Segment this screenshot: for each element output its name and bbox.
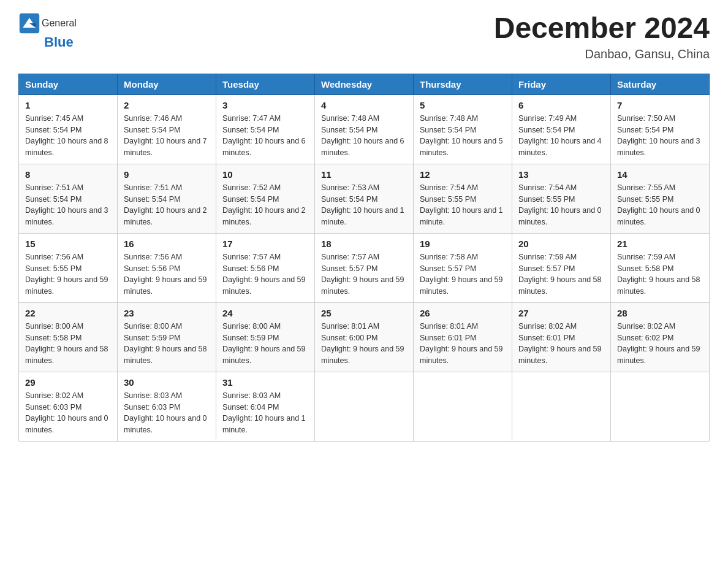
day-info: Sunrise: 7:57 AMSunset: 5:56 PMDaylight:… [222,253,306,296]
day-number: 2 [124,100,210,110]
day-number: 1 [25,100,111,110]
day-number: 10 [222,169,308,180]
calendar-week-row: 1 Sunrise: 7:45 AMSunset: 5:54 PMDayligh… [19,94,710,164]
col-header-thursday: Thursday [414,74,512,94]
col-header-saturday: Saturday [611,74,710,94]
day-number: 26 [420,308,506,318]
calendar-week-row: 15 Sunrise: 7:56 AMSunset: 5:55 PMDaylig… [19,233,710,302]
calendar-week-row: 8 Sunrise: 7:51 AMSunset: 5:54 PMDayligh… [19,164,710,233]
calendar-cell: 18 Sunrise: 7:57 AMSunset: 5:57 PMDaylig… [315,233,414,302]
day-info: Sunrise: 7:49 AMSunset: 5:54 PMDaylight:… [518,114,602,157]
calendar-cell: 28 Sunrise: 8:02 AMSunset: 6:02 PMDaylig… [611,302,710,372]
col-header-monday: Monday [118,74,216,94]
day-info: Sunrise: 8:00 AMSunset: 5:58 PMDaylight:… [25,322,108,365]
title-block: December 2024 Danbao, Gansu, China [494,12,710,61]
day-number: 14 [617,169,703,180]
day-info: Sunrise: 8:03 AMSunset: 6:03 PMDaylight:… [124,391,207,434]
day-number: 6 [518,100,604,110]
day-number: 31 [222,377,308,388]
day-info: Sunrise: 8:00 AMSunset: 5:59 PMDaylight:… [222,322,306,365]
day-number: 9 [124,169,210,180]
day-number: 12 [420,169,506,180]
col-header-friday: Friday [512,74,611,94]
day-number: 11 [321,169,407,180]
calendar-cell: 23 Sunrise: 8:00 AMSunset: 5:59 PMDaylig… [118,302,216,372]
day-info: Sunrise: 7:51 AMSunset: 5:54 PMDaylight:… [124,183,207,226]
calendar-week-row: 29 Sunrise: 8:02 AMSunset: 6:03 PMDaylig… [19,372,710,441]
calendar-cell: 26 Sunrise: 8:01 AMSunset: 6:01 PMDaylig… [414,302,512,372]
day-info: Sunrise: 7:54 AMSunset: 5:55 PMDaylight:… [420,183,503,226]
day-number: 23 [124,308,210,318]
location-subtitle: Danbao, Gansu, China [494,47,710,61]
day-info: Sunrise: 7:56 AMSunset: 5:56 PMDaylight:… [124,253,207,296]
day-info: Sunrise: 7:47 AMSunset: 5:54 PMDaylight:… [222,114,306,157]
calendar-cell: 1 Sunrise: 7:45 AMSunset: 5:54 PMDayligh… [19,94,118,164]
calendar-week-row: 22 Sunrise: 8:00 AMSunset: 5:58 PMDaylig… [19,302,710,372]
calendar-cell: 4 Sunrise: 7:48 AMSunset: 5:54 PMDayligh… [315,94,414,164]
day-number: 28 [617,308,703,318]
logo-icon [18,12,40,34]
logo: General Blue [18,12,77,50]
calendar-cell: 15 Sunrise: 7:56 AMSunset: 5:55 PMDaylig… [19,233,118,302]
day-info: Sunrise: 7:53 AMSunset: 5:54 PMDaylight:… [321,183,404,226]
day-number: 13 [518,169,604,180]
day-info: Sunrise: 8:02 AMSunset: 6:03 PMDaylight:… [25,391,108,434]
day-number: 7 [617,100,703,110]
logo-text-general: General [42,18,77,29]
day-number: 16 [124,239,210,249]
calendar-header-row: SundayMondayTuesdayWednesdayThursdayFrid… [19,74,710,94]
day-info: Sunrise: 7:57 AMSunset: 5:57 PMDaylight:… [321,253,404,296]
day-number: 25 [321,308,407,318]
day-number: 5 [420,100,506,110]
day-number: 3 [222,100,308,110]
day-info: Sunrise: 7:48 AMSunset: 5:54 PMDaylight:… [420,114,503,157]
calendar-cell: 27 Sunrise: 8:02 AMSunset: 6:01 PMDaylig… [512,302,611,372]
calendar-cell: 6 Sunrise: 7:49 AMSunset: 5:54 PMDayligh… [512,94,611,164]
calendar-cell [611,372,710,441]
calendar-cell [414,372,512,441]
day-info: Sunrise: 7:51 AMSunset: 5:54 PMDaylight:… [25,183,108,226]
day-info: Sunrise: 8:01 AMSunset: 6:01 PMDaylight:… [420,322,503,365]
day-info: Sunrise: 7:59 AMSunset: 5:58 PMDaylight:… [617,253,700,296]
calendar-table: SundayMondayTuesdayWednesdayThursdayFrid… [18,74,710,442]
day-info: Sunrise: 7:54 AMSunset: 5:55 PMDaylight:… [518,183,602,226]
day-info: Sunrise: 7:55 AMSunset: 5:55 PMDaylight:… [617,183,700,226]
day-number: 20 [518,239,604,249]
calendar-cell: 8 Sunrise: 7:51 AMSunset: 5:54 PMDayligh… [19,164,118,233]
day-number: 4 [321,100,407,110]
day-info: Sunrise: 7:48 AMSunset: 5:54 PMDaylight:… [321,114,404,157]
day-info: Sunrise: 8:00 AMSunset: 5:59 PMDaylight:… [124,322,207,365]
calendar-cell: 12 Sunrise: 7:54 AMSunset: 5:55 PMDaylig… [414,164,512,233]
calendar-cell: 17 Sunrise: 7:57 AMSunset: 5:56 PMDaylig… [216,233,315,302]
day-number: 19 [420,239,506,249]
calendar-cell: 22 Sunrise: 8:00 AMSunset: 5:58 PMDaylig… [19,302,118,372]
calendar-cell: 11 Sunrise: 7:53 AMSunset: 5:54 PMDaylig… [315,164,414,233]
calendar-cell: 9 Sunrise: 7:51 AMSunset: 5:54 PMDayligh… [118,164,216,233]
day-info: Sunrise: 7:56 AMSunset: 5:55 PMDaylight:… [25,253,108,296]
day-info: Sunrise: 7:50 AMSunset: 5:54 PMDaylight:… [617,114,700,157]
day-number: 29 [25,377,111,388]
col-header-tuesday: Tuesday [216,74,315,94]
col-header-wednesday: Wednesday [315,74,414,94]
day-info: Sunrise: 8:02 AMSunset: 6:01 PMDaylight:… [518,322,602,365]
calendar-cell [315,372,414,441]
day-info: Sunrise: 8:02 AMSunset: 6:02 PMDaylight:… [617,322,700,365]
day-number: 15 [25,239,111,249]
calendar-cell: 24 Sunrise: 8:00 AMSunset: 5:59 PMDaylig… [216,302,315,372]
calendar-cell: 13 Sunrise: 7:54 AMSunset: 5:55 PMDaylig… [512,164,611,233]
calendar-cell: 29 Sunrise: 8:02 AMSunset: 6:03 PMDaylig… [19,372,118,441]
calendar-cell: 25 Sunrise: 8:01 AMSunset: 6:00 PMDaylig… [315,302,414,372]
day-number: 21 [617,239,703,249]
calendar-cell: 30 Sunrise: 8:03 AMSunset: 6:03 PMDaylig… [118,372,216,441]
day-info: Sunrise: 7:59 AMSunset: 5:57 PMDaylight:… [518,253,602,296]
day-info: Sunrise: 8:03 AMSunset: 6:04 PMDaylight:… [222,391,306,434]
day-info: Sunrise: 8:01 AMSunset: 6:00 PMDaylight:… [321,322,404,365]
calendar-cell: 14 Sunrise: 7:55 AMSunset: 5:55 PMDaylig… [611,164,710,233]
calendar-cell: 5 Sunrise: 7:48 AMSunset: 5:54 PMDayligh… [414,94,512,164]
calendar-cell: 31 Sunrise: 8:03 AMSunset: 6:04 PMDaylig… [216,372,315,441]
day-number: 8 [25,169,111,180]
day-info: Sunrise: 7:52 AMSunset: 5:54 PMDaylight:… [222,183,306,226]
calendar-cell: 19 Sunrise: 7:58 AMSunset: 5:57 PMDaylig… [414,233,512,302]
calendar-cell: 10 Sunrise: 7:52 AMSunset: 5:54 PMDaylig… [216,164,315,233]
calendar-cell: 20 Sunrise: 7:59 AMSunset: 5:57 PMDaylig… [512,233,611,302]
